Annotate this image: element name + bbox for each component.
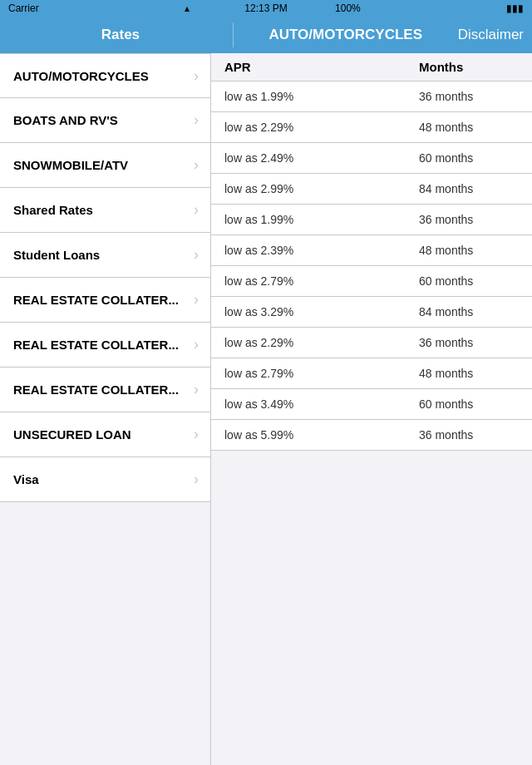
rate-months: 60 months <box>419 397 519 411</box>
sidebar-item-student-loans[interactable]: Student Loans › <box>0 233 210 278</box>
rate-apr: low as 2.39% <box>224 244 419 257</box>
right-panel: APR Months low as 1.99% 36 months low as… <box>211 53 532 765</box>
disclaimer-button[interactable]: Disclaimer <box>458 27 524 43</box>
rate-apr: low as 2.29% <box>224 336 419 349</box>
carrier-label: Carrier <box>8 2 39 14</box>
sidebar-item-auto-motorcycles[interactable]: AUTO/MOTORCYCLES › <box>0 53 210 98</box>
rate-months: 48 months <box>419 367 519 380</box>
rate-apr: low as 3.29% <box>224 305 419 318</box>
rate-months: 84 months <box>419 182 519 195</box>
rate-row: low as 5.99% 36 months <box>211 420 532 451</box>
chevron-icon: › <box>194 381 199 398</box>
chevron-icon: › <box>194 336 199 353</box>
sidebar-item-unsecured-loan[interactable]: UNSECURED LOAN › <box>0 412 210 457</box>
sidebar-item-label: UNSECURED LOAN <box>13 427 131 442</box>
sidebar-item-label: REAL ESTATE COLLATER... <box>13 293 179 307</box>
rate-months: 60 months <box>419 151 519 165</box>
chevron-icon: › <box>194 111 199 129</box>
sidebar-item-shared-rates[interactable]: Shared Rates › <box>0 188 210 233</box>
rate-apr: low as 3.49% <box>224 397 419 411</box>
rate-row: low as 3.49% 60 months <box>211 389 532 420</box>
rate-apr: low as 5.99% <box>224 428 419 442</box>
nav-bar: Rates AUTO/MOTORCYCLES Disclaimer <box>0 17 532 53</box>
nav-right-title: AUTO/MOTORCYCLES <box>234 27 458 43</box>
rate-apr: low as 1.99% <box>224 90 419 103</box>
sidebar-item-snowmobile-atv[interactable]: SNOWMOBILE/ATV › <box>0 143 210 188</box>
rate-months: 48 months <box>419 244 519 257</box>
sidebar-item-label: Shared Rates <box>13 203 93 217</box>
sidebar-item-real-estate-1[interactable]: REAL ESTATE COLLATER... › <box>0 278 210 323</box>
rate-months: 60 months <box>419 274 519 288</box>
table-header: APR Months <box>211 53 532 81</box>
battery-label: 100% <box>335 2 361 14</box>
main-container: AUTO/MOTORCYCLES › BOATS AND RV'S › SNOW… <box>0 53 532 765</box>
rate-row: low as 3.29% 84 months <box>211 297 532 328</box>
rate-months: 36 months <box>419 336 519 349</box>
chevron-icon: › <box>194 471 199 488</box>
rate-row: low as 1.99% 36 months <box>211 81 532 112</box>
chevron-icon: › <box>194 426 199 443</box>
rate-months: 48 months <box>419 121 519 134</box>
status-bar: Carrier ▴ 12:13 PM 100% ▮▮▮ <box>0 0 532 17</box>
sidebar-item-label: REAL ESTATE COLLATER... <box>13 338 179 352</box>
sidebar-item-boats-rvs[interactable]: BOATS AND RV'S › <box>0 98 210 143</box>
chevron-icon: › <box>194 156 199 174</box>
sidebar-item-label: BOATS AND RV'S <box>13 113 118 127</box>
sidebar-item-label: Student Loans <box>13 248 100 262</box>
header-months: Months <box>419 60 519 74</box>
chevron-icon: › <box>194 246 199 264</box>
rate-months: 36 months <box>419 213 519 226</box>
rate-row: low as 2.79% 48 months <box>211 358 532 389</box>
sidebar-item-label: REAL ESTATE COLLATER... <box>13 382 179 397</box>
nav-left-title: Rates <box>8 27 233 43</box>
rate-row: low as 2.79% 60 months <box>211 266 532 297</box>
rate-row: low as 2.29% 48 months <box>211 112 532 143</box>
rate-apr: low as 2.79% <box>224 367 419 380</box>
rate-apr: low as 2.79% <box>224 274 419 288</box>
chevron-icon: › <box>194 201 199 219</box>
rate-row: low as 2.99% 84 months <box>211 174 532 205</box>
sidebar-item-label: AUTO/MOTORCYCLES <box>13 69 149 83</box>
rate-apr: low as 2.99% <box>224 182 419 195</box>
sidebar-item-label: SNOWMOBILE/ATV <box>13 158 128 172</box>
rate-apr: low as 2.29% <box>224 121 419 134</box>
rate-months: 84 months <box>419 305 519 318</box>
rate-apr: low as 1.99% <box>224 213 419 226</box>
rate-apr: low as 2.49% <box>224 151 419 165</box>
sidebar: AUTO/MOTORCYCLES › BOATS AND RV'S › SNOW… <box>0 53 211 765</box>
header-apr: APR <box>224 60 419 74</box>
sidebar-item-visa[interactable]: Visa › <box>0 457 210 502</box>
sidebar-item-real-estate-3[interactable]: REAL ESTATE COLLATER... › <box>0 368 210 412</box>
rate-months: 36 months <box>419 428 519 442</box>
time-label: 12:13 PM <box>244 2 287 14</box>
rate-row: low as 1.99% 36 months <box>211 205 532 235</box>
rate-months: 36 months <box>419 90 519 103</box>
rate-row: low as 2.29% 36 months <box>211 328 532 358</box>
sidebar-item-label: Visa <box>13 472 39 486</box>
chevron-icon: › <box>194 67 199 85</box>
rate-row: low as 2.39% 48 months <box>211 235 532 266</box>
sidebar-item-real-estate-2[interactable]: REAL ESTATE COLLATER... › <box>0 323 210 368</box>
chevron-icon: › <box>194 291 199 308</box>
rate-row: low as 2.49% 60 months <box>211 143 532 174</box>
